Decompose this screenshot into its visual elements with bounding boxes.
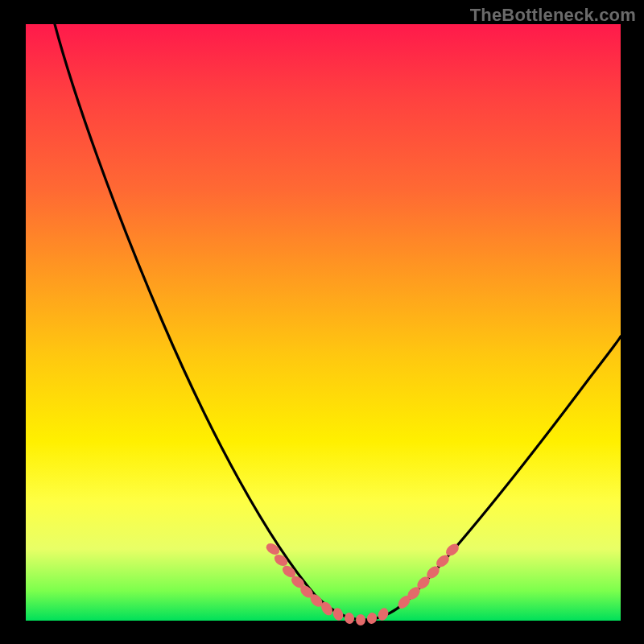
watermark-text: TheBottleneck.com [470, 5, 636, 26]
plot-area [26, 24, 621, 621]
svg-point-9 [356, 614, 365, 625]
svg-point-11 [376, 606, 390, 621]
right-dot-cluster [396, 542, 461, 611]
svg-point-0 [264, 541, 282, 557]
bottleneck-curve [26, 24, 621, 621]
svg-point-8 [344, 612, 354, 624]
curve-path [55, 24, 621, 620]
chart-frame: TheBottleneck.com [0, 0, 644, 644]
svg-point-10 [366, 612, 378, 625]
